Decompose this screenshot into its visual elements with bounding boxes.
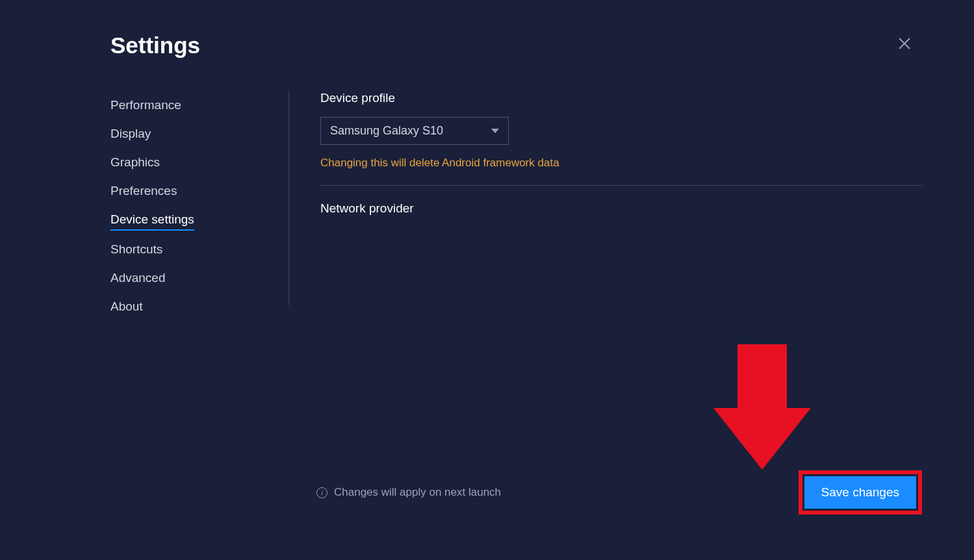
device-profile-label: Device profile [320,91,922,105]
close-button[interactable] [897,36,912,51]
sidebar-item-preferences[interactable]: Preferences [110,177,177,205]
sidebar-item-display[interactable]: Display [110,120,151,148]
sidebar-item-about[interactable]: About [110,292,143,321]
sidebar-item-device-settings[interactable]: Device settings [110,205,194,231]
device-profile-value: Samsung Galaxy S10 [330,124,443,138]
device-profile-dropdown[interactable]: Samsung Galaxy S10 [320,117,509,145]
footer-info-text: Changes will apply on next launch [334,486,501,499]
save-button-highlight: Save changes [799,470,922,515]
network-provider-label: Network provider [320,201,922,216]
sidebar-item-shortcuts[interactable]: Shortcuts [110,235,162,264]
chevron-down-icon [491,129,499,133]
info-icon: i [316,487,327,498]
main-content: Device profile Samsung Galaxy S10 Changi… [289,91,922,470]
sidebar-item-graphics[interactable]: Graphics [110,148,160,177]
sidebar-item-advanced[interactable]: Advanced [110,264,166,292]
sidebar: Performance Display Graphics Preferences… [110,91,289,305]
sidebar-item-performance[interactable]: Performance [110,91,181,120]
page-title: Settings [110,32,922,58]
footer-info: i Changes will apply on next launch [316,486,501,499]
close-icon [897,36,912,51]
device-profile-warning: Changing this will delete Android framew… [320,157,922,170]
divider [320,185,922,186]
save-button[interactable]: Save changes [804,476,916,509]
